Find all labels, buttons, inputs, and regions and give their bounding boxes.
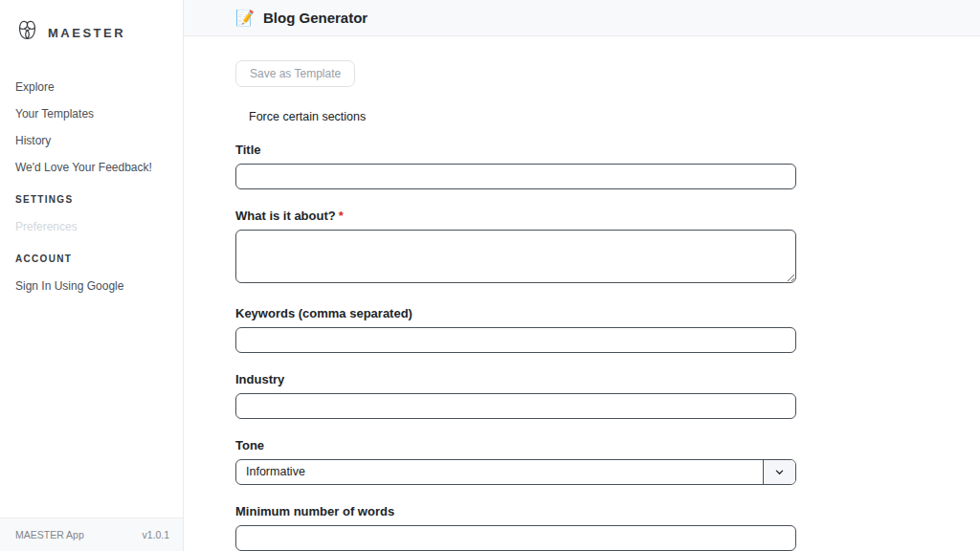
about-textarea[interactable] bbox=[235, 230, 796, 283]
sidebar-item-history[interactable]: History bbox=[0, 127, 183, 154]
field-min-words: Minimum number of words bbox=[235, 504, 796, 551]
blog-generator-form: Title What is it about?* Keywords (comma… bbox=[235, 143, 796, 551]
field-title: Title bbox=[235, 143, 796, 189]
sidebar-item-your-templates[interactable]: Your Templates bbox=[0, 100, 183, 127]
sidebar-item-feedback[interactable]: We'd Love Your Feedback! bbox=[0, 154, 183, 181]
field-keywords: Keywords (comma separated) bbox=[235, 306, 796, 353]
keywords-label: Keywords (comma separated) bbox=[235, 306, 796, 320]
app-window: MAESTER Explore Your Templates History W… bbox=[0, 0, 980, 551]
sidebar-item-explore[interactable]: Explore bbox=[0, 74, 183, 100]
tone-label: Tone bbox=[235, 438, 796, 452]
field-industry: Industry bbox=[235, 372, 796, 419]
logo: MAESTER bbox=[0, 0, 183, 64]
tone-select-value: Informative bbox=[236, 460, 763, 484]
sidebar-section-account: ACCOUNT bbox=[0, 246, 183, 273]
force-sections-label[interactable]: Force certain sections bbox=[249, 110, 980, 123]
industry-input[interactable] bbox=[235, 393, 796, 419]
tone-select[interactable]: Informative bbox=[235, 459, 796, 485]
sidebar: MAESTER Explore Your Templates History W… bbox=[0, 0, 184, 551]
title-label: Title bbox=[235, 143, 796, 157]
form-content: Save as Template Force certain sections … bbox=[184, 36, 980, 551]
save-as-template-button[interactable]: Save as Template bbox=[235, 60, 355, 87]
page-header: 📝 Blog Generator bbox=[184, 0, 980, 36]
about-label: What is it about?* bbox=[235, 209, 796, 223]
title-input[interactable] bbox=[235, 164, 796, 189]
required-asterisk: * bbox=[339, 209, 344, 223]
sidebar-section-settings: SETTINGS bbox=[0, 187, 183, 213]
footer-app-name: MAESTER App bbox=[15, 529, 84, 540]
keywords-input[interactable] bbox=[235, 327, 796, 353]
sidebar-nav: Explore Your Templates History We'd Love… bbox=[0, 64, 183, 518]
page-title: Blog Generator bbox=[263, 10, 368, 26]
about-label-text: What is it about? bbox=[235, 209, 336, 223]
sidebar-item-signin-google[interactable]: Sign In Using Google bbox=[0, 273, 183, 299]
maester-logo-icon bbox=[15, 19, 39, 47]
footer-version: v1.0.1 bbox=[142, 529, 169, 540]
chevron-down-icon bbox=[763, 460, 795, 484]
industry-label: Industry bbox=[235, 372, 796, 386]
min-words-label: Minimum number of words bbox=[235, 504, 796, 518]
sidebar-item-preferences[interactable]: Preferences bbox=[0, 213, 183, 240]
main-area: 📝 Blog Generator Save as Template Force … bbox=[184, 0, 980, 551]
memo-emoji-icon: 📝 bbox=[235, 9, 255, 27]
field-tone: Tone Informative bbox=[235, 438, 796, 485]
logo-text: MAESTER bbox=[48, 26, 125, 40]
sidebar-footer: MAESTER App v1.0.1 bbox=[0, 518, 183, 551]
field-about: What is it about?* bbox=[235, 209, 796, 287]
min-words-input[interactable] bbox=[235, 525, 796, 551]
